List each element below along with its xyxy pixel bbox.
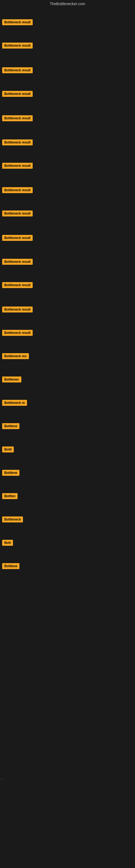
bottleneck-item-1[interactable]: Bottleneck result [2,19,33,25]
bottleneck-item-14[interactable]: Bottleneck result [2,330,33,336]
bottleneck-item-24[interactable]: Bottlene [2,563,19,569]
bottleneck-item-20[interactable]: Bottlene [2,470,19,476]
bottleneck-item-10[interactable]: Bottleneck result [2,235,33,241]
bottleneck-item-9[interactable]: Bottleneck result [2,211,33,216]
bottleneck-item-21[interactable]: Bottlen [2,493,17,499]
bottleneck-item-8[interactable]: Bottleneck result [2,187,33,193]
bottleneck-item-18[interactable]: Bottlene [2,423,19,429]
bottleneck-item-11[interactable]: Bottleneck result [2,259,33,265]
bottleneck-item-19[interactable]: Bottl [2,446,14,453]
site-title: TheBottlenecker.com [0,0,135,8]
bottleneck-item-6[interactable]: Bottleneck result [2,140,33,145]
bottleneck-item-23[interactable]: Bott [2,540,13,546]
bottleneck-item-22[interactable]: Bottleneck [2,517,23,522]
copyright-label: © [1,778,3,780]
bottleneck-item-2[interactable]: Bottleneck result [2,42,33,49]
bottleneck-item-7[interactable]: Bottleneck result [2,163,33,169]
bottleneck-item-15[interactable]: Bottleneck res [2,353,29,359]
bottleneck-item-17[interactable]: Bottleneck re [2,400,27,406]
bottleneck-item-13[interactable]: Bottleneck result [2,307,33,312]
bottleneck-item-5[interactable]: Bottleneck result [2,115,33,121]
bottleneck-item-12[interactable]: Bottleneck result [2,282,33,288]
bottleneck-item-3[interactable]: Bottleneck result [2,67,33,73]
bottleneck-item-4[interactable]: Bottleneck result [2,91,33,97]
bottleneck-item-16[interactable]: Bottlenec [2,376,21,382]
